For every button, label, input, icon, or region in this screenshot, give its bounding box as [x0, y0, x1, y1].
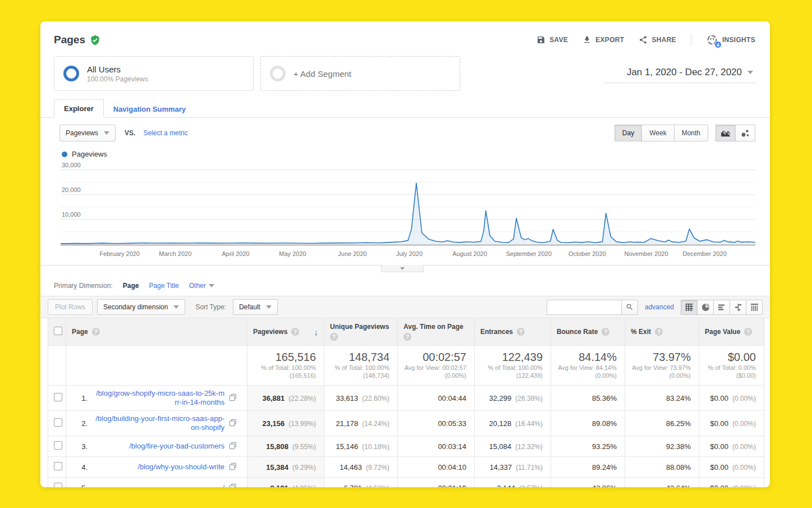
row-checkbox[interactable] — [54, 393, 62, 401]
add-segment-button[interactable]: + Add Segment — [260, 56, 460, 91]
metric-value: 88.08% — [666, 463, 691, 472]
select-all-checkbox[interactable] — [54, 327, 62, 335]
chart-collapse-button[interactable] — [381, 265, 424, 272]
metric-value: 85.36% — [592, 394, 617, 402]
view-performance-button[interactable] — [713, 300, 730, 315]
col-header-exit[interactable]: % Exit — [631, 328, 651, 336]
row-checkbox[interactable] — [54, 462, 62, 470]
table-row: 1./blog/grow-shopify-micro-saas-to-25k-m… — [48, 386, 764, 411]
table-row: 4./blog/why-you-should-write15,384(9.29%… — [48, 457, 764, 478]
page-link[interactable]: /blog/why-you-should-write — [94, 463, 224, 472]
dimension-page[interactable]: Page — [123, 282, 139, 290]
select-metric-link[interactable]: Select a metric — [143, 129, 187, 137]
segment-ring-empty-icon — [270, 66, 286, 81]
col-header-bounce-rate[interactable]: Bounce Rate — [557, 328, 598, 336]
col-header-entrances[interactable]: Entrances — [480, 328, 513, 336]
view-toggle-group — [681, 300, 763, 315]
total-exit: 73.97% — [631, 350, 691, 364]
bars-view-icon — [718, 303, 726, 312]
timeseries-chart[interactable]: 10,00020,00030,000 — [61, 162, 755, 249]
x-axis-label: November 2020 — [624, 250, 668, 257]
granularity-day-button[interactable]: Day — [614, 125, 642, 141]
granularity-group: Day Week Month — [614, 125, 708, 141]
export-button[interactable]: EXPORT — [582, 35, 624, 44]
row-checkbox[interactable] — [54, 483, 62, 487]
metric-value: 86.25% — [666, 419, 691, 428]
chevron-down-icon — [747, 71, 753, 74]
help-icon[interactable]: ? — [744, 328, 752, 336]
row-checkbox[interactable] — [54, 418, 62, 427]
date-range-picker[interactable]: Jan 1, 2020 - Dec 27, 2020 — [604, 65, 755, 83]
col-header-pageviews[interactable]: Pageviews — [253, 328, 287, 336]
open-page-icon[interactable] — [229, 393, 237, 403]
metric-value: 33,613 — [336, 394, 359, 402]
row-number: 2. — [72, 419, 94, 428]
help-icon[interactable]: ? — [92, 328, 100, 336]
granularity-week-button[interactable]: Week — [641, 125, 674, 141]
segment-all-users[interactable]: All Users 100.00% Pageviews — [54, 56, 254, 91]
col-header-avg-time[interactable]: Avg. Time on Page — [403, 323, 464, 331]
help-icon[interactable]: ? — [602, 328, 609, 336]
metric-selector-dropdown[interactable]: Pageviews — [59, 125, 116, 141]
share-button[interactable]: SHARE — [639, 35, 676, 44]
search-input[interactable] — [547, 300, 621, 315]
sort-type-dropdown[interactable]: Default — [233, 299, 278, 315]
tab-explorer[interactable]: Explorer — [54, 99, 104, 118]
page-link[interactable]: /blog/fire-your-bad-customers — [94, 442, 224, 451]
page-link[interactable]: /blog/building-your-first-micro-saas-app… — [94, 414, 224, 432]
motion-chart-toggle-button[interactable] — [735, 125, 755, 141]
metric-value: $0.00 — [710, 484, 728, 488]
metric-cell: 00:05:33 — [398, 411, 475, 436]
granularity-month-button[interactable]: Month — [674, 125, 708, 141]
sort-desc-icon[interactable]: ↓ — [314, 327, 319, 337]
view-pivot-button[interactable] — [746, 300, 763, 315]
advanced-search-link[interactable]: advanced — [645, 303, 674, 311]
total-entrances: 122,439 — [480, 350, 543, 364]
sort-type-label: Sort Type: — [195, 303, 226, 311]
help-icon[interactable]: ? — [655, 328, 663, 336]
x-axis-label: April 2020 — [222, 250, 250, 257]
insights-button[interactable]: 4 INSIGHTS — [706, 34, 755, 46]
secondary-dimension-dropdown[interactable]: Secondary dimension — [97, 299, 185, 315]
help-icon[interactable]: ? — [330, 333, 338, 341]
help-icon[interactable]: ? — [291, 328, 299, 336]
comparison-view-icon — [734, 303, 742, 312]
view-table-button[interactable] — [681, 300, 698, 315]
report-card: Pages SAVE EXPORT SHARE 4 — [40, 21, 770, 487]
view-percentage-button[interactable] — [697, 300, 714, 315]
metric-percent: (4.56%) — [366, 484, 389, 488]
open-page-icon[interactable] — [229, 419, 237, 428]
tab-navigation-summary[interactable]: Navigation Summary — [104, 100, 195, 118]
page-link[interactable]: / — [94, 483, 224, 487]
open-page-icon[interactable] — [229, 483, 237, 488]
page-cell: 3./blog/fire-your-bad-customers — [66, 436, 247, 457]
col-header-page-value[interactable]: Page Value — [705, 328, 740, 336]
metric-percent: (9.55%) — [292, 443, 316, 451]
line-chart-toggle-button[interactable] — [715, 125, 736, 141]
row-checkbox[interactable] — [54, 441, 62, 450]
segment-ring-icon — [63, 66, 79, 81]
metric-value: 00:04:10 — [438, 463, 466, 472]
svg-text:10,000: 10,000 — [62, 211, 81, 218]
col-header-page[interactable]: Page — [72, 328, 88, 336]
metric-percent: (0.00%) — [732, 443, 756, 451]
page-link[interactable]: /blog/grow-shopify-micro-saas-to-25k-mrr… — [94, 389, 224, 407]
help-icon[interactable]: ? — [517, 328, 525, 336]
metric-value: 42.64% — [666, 484, 691, 488]
search-button[interactable] — [621, 300, 638, 315]
page-cell: 2./blog/building-your-first-micro-saas-a… — [66, 411, 247, 436]
help-icon[interactable]: ? — [403, 333, 411, 341]
open-page-icon[interactable] — [229, 463, 237, 472]
dimension-page-title[interactable]: Page Title — [149, 282, 178, 290]
plot-rows-button[interactable]: Plot Rows — [48, 299, 93, 315]
metric-value: 15,084 — [489, 442, 512, 451]
metric-value: 36,881 — [263, 394, 285, 402]
dimension-other[interactable]: Other — [189, 282, 214, 290]
col-header-unique-pageviews[interactable]: Unique Pageviews — [330, 323, 389, 331]
metric-cell: 33,613(22.60%) — [324, 386, 398, 411]
metric-value: 23,156 — [263, 419, 285, 428]
vs-label: VS. — [125, 129, 135, 137]
view-comparison-button[interactable] — [730, 300, 746, 315]
save-button[interactable]: SAVE — [536, 35, 568, 44]
open-page-icon[interactable] — [229, 442, 237, 451]
